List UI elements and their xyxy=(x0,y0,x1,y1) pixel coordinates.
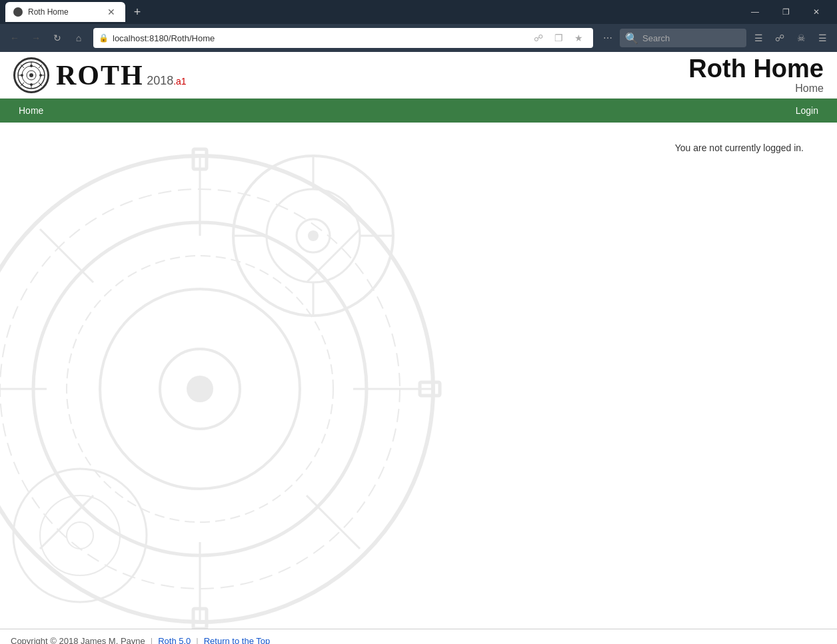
logo-circle xyxy=(13,57,49,93)
new-tab-button[interactable]: + xyxy=(128,3,147,21)
svg-point-45 xyxy=(67,522,93,549)
search-icon: 🔍 xyxy=(625,32,638,45)
sync-icon[interactable]: ☠ xyxy=(792,29,810,47)
tab-favicon xyxy=(13,7,23,17)
refresh-button[interactable]: ↻ xyxy=(48,29,67,47)
logo-version-tag: .a1 xyxy=(173,76,186,87)
window-controls: — ❐ ✕ xyxy=(740,0,832,24)
svg-point-30 xyxy=(67,256,333,522)
overflow-button[interactable]: ⋯ xyxy=(598,29,617,47)
logo-name: ROTH xyxy=(56,60,144,91)
svg-line-25 xyxy=(40,229,93,282)
menu-icon[interactable]: ☰ xyxy=(813,29,832,47)
nav-login[interactable]: Login xyxy=(788,99,826,123)
site-title-right: Roth Home Home xyxy=(688,55,824,95)
bookmark-icon[interactable]: ★ xyxy=(569,29,588,47)
svg-line-26 xyxy=(307,495,360,549)
svg-point-15 xyxy=(39,74,42,77)
logo-svg xyxy=(16,60,47,91)
svg-point-19 xyxy=(160,349,240,429)
footer-link-top[interactable]: Return to the Top xyxy=(204,636,271,644)
tab-close-button[interactable]: ✕ xyxy=(105,6,117,18)
svg-point-12 xyxy=(30,65,33,67)
svg-line-28 xyxy=(40,495,93,549)
svg-point-17 xyxy=(33,222,367,555)
address-input[interactable] xyxy=(113,33,525,43)
svg-point-16 xyxy=(0,156,433,622)
svg-rect-32 xyxy=(193,609,207,629)
search-box[interactable]: 🔍 xyxy=(620,29,746,47)
lock-icon: 🔒 xyxy=(99,33,109,43)
address-bar[interactable]: 🔒 ☍ ❐ ★ xyxy=(93,28,593,48)
svg-point-3 xyxy=(29,73,33,77)
logo-version: 2018 xyxy=(147,74,173,87)
library-icon[interactable]: ☰ xyxy=(749,29,768,47)
svg-point-18 xyxy=(100,289,300,489)
footer-link-roth[interactable]: Roth 5.0 xyxy=(158,636,191,644)
footer-sep1: | xyxy=(151,636,153,644)
site-main-title: Roth Home xyxy=(688,55,824,83)
forward-button[interactable]: → xyxy=(27,29,45,47)
nav-home[interactable]: Home xyxy=(11,99,51,123)
site-subtitle: Home xyxy=(688,83,824,95)
sidebar-icon[interactable]: ☍ xyxy=(770,29,789,47)
main-content: You are not currently logged in. xyxy=(0,123,837,629)
svg-point-43 xyxy=(13,469,147,602)
active-tab[interactable]: Roth Home ✕ xyxy=(5,2,125,22)
nav-bar: Home Login xyxy=(0,99,837,123)
content-area: You are not currently logged in. xyxy=(0,123,837,166)
svg-point-38 xyxy=(308,230,319,241)
pocket-icon[interactable]: ❐ xyxy=(549,29,568,47)
svg-rect-34 xyxy=(420,382,440,396)
svg-point-14 xyxy=(21,74,23,77)
svg-point-36 xyxy=(267,189,360,282)
not-logged-in-message: You are not currently logged in. xyxy=(13,136,824,153)
svg-point-13 xyxy=(30,83,33,86)
reader-icon[interactable]: ☍ xyxy=(529,29,548,47)
footer-sep2: | xyxy=(196,636,198,644)
tab-title: Roth Home xyxy=(28,7,69,17)
background-watermark xyxy=(0,123,546,629)
close-button[interactable]: ✕ xyxy=(801,0,832,24)
page-wrapper: ROTH 2018.a1 Roth Home Home Home Login xyxy=(0,52,837,644)
svg-point-20 xyxy=(187,376,213,402)
logo-text-area: ROTH 2018.a1 xyxy=(56,59,187,91)
svg-point-35 xyxy=(233,156,393,316)
browser-toolbar: ← → ↻ ⌂ 🔒 ☍ ❐ ★ ⋯ 🔍 ☰ ☍ ☠ ☰ xyxy=(0,24,837,52)
home-button[interactable]: ⌂ xyxy=(69,29,88,47)
restore-button[interactable]: ❐ xyxy=(770,0,801,24)
site-header: ROTH 2018.a1 Roth Home Home xyxy=(0,52,837,99)
svg-point-29 xyxy=(0,189,400,589)
footer-copyright: Copyright © 2018 James M. Payne xyxy=(11,636,145,644)
back-button[interactable]: ← xyxy=(5,29,24,47)
minimize-button[interactable]: — xyxy=(740,0,770,24)
address-bar-icons: ☍ ❐ ★ xyxy=(529,29,588,47)
svg-line-27 xyxy=(307,229,360,282)
search-input[interactable] xyxy=(642,33,736,43)
browser-titlebar: Roth Home ✕ + — ❐ ✕ xyxy=(0,0,837,24)
svg-point-37 xyxy=(297,219,330,252)
logo-area: ROTH 2018.a1 xyxy=(13,57,187,93)
svg-point-44 xyxy=(40,495,120,575)
site-footer: Copyright © 2018 James M. Payne | Roth 5… xyxy=(0,629,837,644)
